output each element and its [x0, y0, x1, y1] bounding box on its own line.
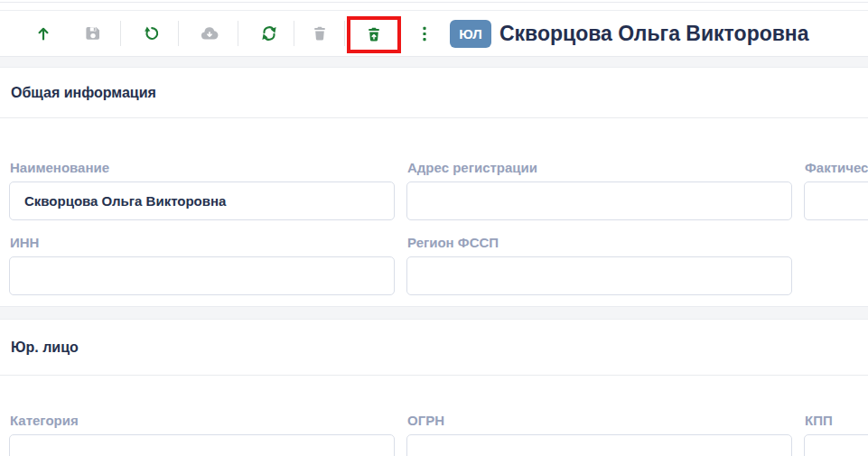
restore-button[interactable]	[365, 25, 383, 43]
toolbar: ЮЛ Скворцова Ольга Викторовна	[0, 10, 868, 57]
actual-address-input[interactable]	[804, 181, 868, 220]
field-inn: ИНН	[9, 235, 395, 295]
restore-trash-icon	[365, 25, 383, 43]
field-label: КПП	[805, 413, 868, 428]
field-label: Фактический адрес	[805, 160, 868, 175]
upload-button[interactable]	[34, 24, 52, 42]
field-ogrn: ОГРН	[406, 413, 792, 456]
section-body-general: Наименование Адрес регистрации Фактическ…	[0, 118, 868, 306]
page-top-divider	[0, 2, 868, 3]
undo-icon	[143, 24, 161, 42]
more-actions-button[interactable]	[417, 24, 432, 42]
undo-button[interactable]	[143, 24, 161, 42]
field-registration-address: Адрес регистрации	[406, 160, 792, 220]
section-title: Юр. лицо	[11, 340, 79, 356]
field-kpp: КПП	[804, 413, 868, 456]
download-button[interactable]	[200, 24, 219, 42]
field-category: Категория	[9, 413, 395, 456]
refresh-icon	[260, 24, 278, 42]
field-name: Наименование	[9, 160, 395, 220]
section-header-legal-entity: Юр. лицо	[0, 320, 868, 376]
section-title: Общая информация	[11, 85, 156, 101]
toolbar-divider	[294, 21, 294, 46]
save-button[interactable]	[84, 24, 102, 42]
entity-type-badge: ЮЛ	[450, 20, 491, 48]
toolbar-divider	[344, 21, 345, 46]
inn-input[interactable]	[9, 256, 395, 295]
section-body-legal-entity: Категория ОГРН КПП	[0, 376, 868, 456]
section-gap	[0, 306, 868, 320]
toolbar-divider	[178, 21, 179, 46]
upload-arrow-icon	[34, 24, 52, 42]
field-label: Категория	[10, 413, 395, 428]
field-actual-address: Фактический адрес	[804, 160, 868, 220]
kebab-menu-icon	[417, 24, 432, 42]
save-floppy-icon	[84, 24, 102, 42]
field-label: ИНН	[10, 235, 395, 250]
field-fssp-region: Регион ФССП	[406, 235, 792, 295]
page-title: Скворцова Ольга Викторовна	[499, 11, 809, 56]
refresh-button[interactable]	[260, 24, 278, 42]
ogrn-input[interactable]	[406, 434, 792, 456]
registration-address-input[interactable]	[406, 181, 792, 220]
toolbar-divider	[238, 21, 238, 46]
section-header-general: Общая информация	[0, 68, 868, 118]
section-gap	[0, 57, 868, 68]
name-input[interactable]	[9, 181, 395, 220]
cloud-download-icon	[200, 24, 219, 42]
field-label: ОГРН	[407, 413, 792, 428]
toolbar-divider	[120, 21, 121, 46]
delete-trash-icon	[311, 24, 329, 42]
field-label: Регион ФССП	[407, 235, 792, 250]
field-label: Наименование	[10, 160, 395, 175]
field-label: Адрес регистрации	[407, 160, 792, 175]
delete-button[interactable]	[311, 24, 329, 42]
fssp-region-input[interactable]	[406, 256, 792, 295]
category-input[interactable]	[9, 434, 395, 456]
kpp-input[interactable]	[804, 434, 868, 456]
